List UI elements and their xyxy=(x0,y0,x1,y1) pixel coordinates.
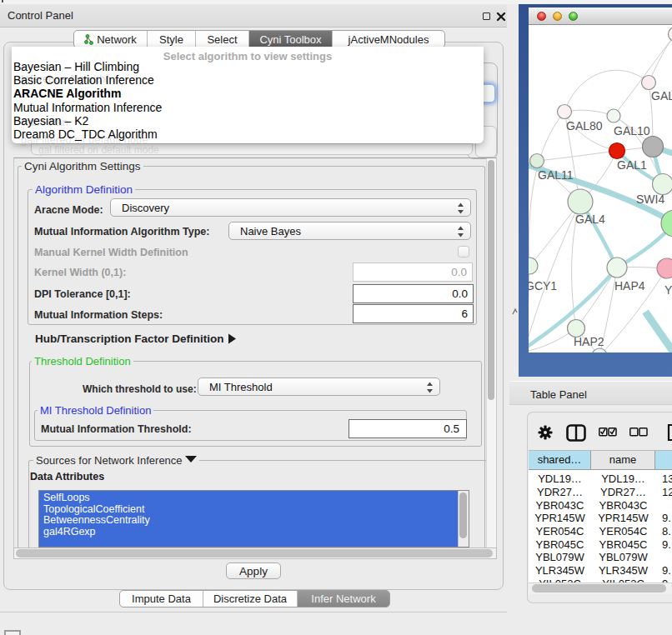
svg-text:GAL10: GAL10 xyxy=(614,124,650,138)
svg-text:HAP2: HAP2 xyxy=(574,335,604,348)
svg-text:GAL80: GAL80 xyxy=(566,119,603,132)
svg-text:GAL11: GAL11 xyxy=(538,168,574,182)
svg-text:SWI4: SWI4 xyxy=(636,192,664,206)
svg-text:GAL4: GAL4 xyxy=(575,212,605,226)
svg-text:GAL1: GAL1 xyxy=(617,158,647,172)
svg-text:HAP4: HAP4 xyxy=(614,279,645,292)
svg-text:Y: Y xyxy=(664,283,672,297)
svg-text:GAL: GAL xyxy=(651,89,672,102)
svg-text:GCY1: GCY1 xyxy=(529,279,557,292)
